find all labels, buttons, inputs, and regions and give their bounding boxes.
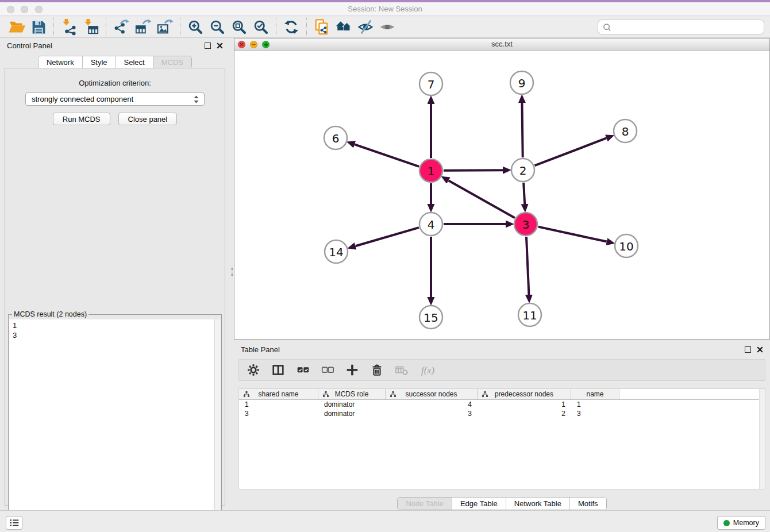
- export-image-button[interactable]: [154, 18, 176, 36]
- destroy-table-button[interactable]: [394, 363, 409, 377]
- column-header-successor-nodes[interactable]: successor nodes: [386, 389, 478, 399]
- float-panel-icon[interactable]: [205, 43, 211, 49]
- zoom-selected-button[interactable]: [250, 18, 272, 36]
- network-window-titlebar[interactable]: scc.txt: [234, 38, 769, 51]
- close-x-icon: [217, 43, 223, 49]
- tab-node-table[interactable]: Node Table: [398, 498, 452, 510]
- table-cell[interactable]: 1: [239, 400, 318, 409]
- delete-column-button[interactable]: [369, 363, 384, 377]
- export-network-icon: [113, 18, 130, 36]
- zoom-window-button[interactable]: [35, 6, 43, 13]
- column-type-icon: [243, 391, 250, 398]
- table-scrollbar[interactable]: [759, 389, 765, 489]
- graph-node-label: 10: [619, 240, 633, 253]
- table-cell[interactable]: 3: [386, 409, 478, 418]
- export-table-button[interactable]: [132, 18, 154, 36]
- column-header-predecessor-nodes[interactable]: predecessor nodes: [478, 389, 571, 399]
- memory-status-dot: [723, 520, 730, 526]
- tab-mcds[interactable]: MCDS: [153, 56, 191, 68]
- memory-button[interactable]: Memory: [717, 516, 765, 530]
- list-icon: [8, 516, 21, 529]
- select-all-button[interactable]: [295, 363, 310, 377]
- table-cell[interactable]: 1: [478, 400, 571, 409]
- column-type-icon: [482, 391, 488, 398]
- tab-motifs[interactable]: Motifs: [570, 498, 606, 510]
- run-mcds-button[interactable]: Run MCDS: [53, 113, 110, 125]
- network-canvas[interactable]: 1234678910111415: [234, 51, 769, 338]
- column-header-shared-name[interactable]: shared name: [239, 389, 318, 399]
- table-cell[interactable]: 3: [571, 409, 619, 418]
- graph-edge-4-14[interactable]: [356, 228, 419, 246]
- add-column-button[interactable]: [345, 363, 360, 377]
- import-table-button[interactable]: [80, 18, 102, 36]
- zoom-selected-icon: [253, 19, 270, 36]
- table-panel: Table Panel: [234, 342, 770, 510]
- table-cell[interactable]: 2: [478, 409, 571, 418]
- presentation-eye-button[interactable]: [376, 18, 398, 36]
- show-columns-button[interactable]: [271, 363, 286, 377]
- network-graph[interactable]: 1234678910111415: [234, 51, 769, 338]
- tab-edge-table[interactable]: Edge Table: [452, 498, 506, 510]
- table-cell[interactable]: dominator: [318, 409, 386, 418]
- table-cell[interactable]: 3: [239, 409, 318, 418]
- tab-network-table[interactable]: Network Table: [506, 498, 570, 510]
- graph-edge-3-1[interactable]: [448, 180, 514, 218]
- graph-edge-1-6[interactable]: [355, 144, 419, 166]
- import-network-button[interactable]: [58, 18, 80, 36]
- table-row[interactable]: 1dominator411: [239, 400, 765, 409]
- graph-edge-2-9[interactable]: [522, 103, 522, 157]
- table-cell[interactable]: 1: [571, 400, 619, 409]
- graph-edge-2-8[interactable]: [535, 138, 607, 165]
- zoom-out-icon: [209, 19, 226, 36]
- log-console-button[interactable]: [6, 516, 22, 530]
- network-close-button[interactable]: [238, 41, 245, 48]
- column-type-icon: [390, 391, 396, 398]
- export-image-icon: [156, 18, 174, 36]
- save-session-button[interactable]: [28, 18, 49, 36]
- control-panel: Control Panel Network Style Select MCDS …: [0, 38, 230, 510]
- deselect-all-button[interactable]: [320, 363, 335, 377]
- mcds-result-list[interactable]: 1 3: [9, 319, 214, 532]
- criterion-select[interactable]: strongly connected component: [25, 92, 205, 106]
- graph-node-label: 7: [428, 78, 435, 91]
- tab-network[interactable]: Network: [38, 56, 83, 68]
- graph-edge-2-3[interactable]: [523, 183, 525, 204]
- table-row[interactable]: 3dominator323: [239, 409, 765, 418]
- table-options-button[interactable]: [246, 363, 261, 377]
- graph-edge-3-10[interactable]: [538, 227, 606, 242]
- duplicate-network-button[interactable]: [311, 18, 333, 36]
- close-window-button[interactable]: [7, 6, 14, 13]
- network-overview-button[interactable]: [333, 18, 355, 36]
- refresh-layout-button[interactable]: [280, 18, 302, 36]
- column-label: shared name: [258, 390, 298, 398]
- table-cell[interactable]: dominator: [318, 400, 386, 409]
- column-header-name[interactable]: name: [571, 389, 619, 399]
- export-network-button[interactable]: [110, 18, 132, 36]
- search-input[interactable]: [614, 23, 759, 32]
- table-cell[interactable]: 4: [386, 400, 478, 409]
- zoom-in-button[interactable]: [184, 18, 206, 36]
- zoom-fit-button[interactable]: [228, 18, 250, 36]
- vertical-splitter[interactable]: [230, 38, 234, 510]
- function-builder-button[interactable]: f(x): [419, 363, 438, 377]
- minimize-window-button[interactable]: [21, 6, 28, 13]
- network-zoom-button[interactable]: [262, 41, 270, 48]
- result-scrollbar[interactable]: [214, 319, 221, 532]
- optimization-criterion-label: Optimization criterion:: [5, 79, 225, 87]
- toggle-graphics-details-button[interactable]: [355, 18, 376, 36]
- float-table-panel-icon[interactable]: [745, 346, 751, 353]
- network-minimize-button[interactable]: [250, 41, 257, 48]
- search-box[interactable]: [598, 20, 764, 34]
- mcds-result-line: 3: [13, 330, 210, 340]
- zoom-out-button[interactable]: [206, 18, 228, 36]
- close-table-panel-icon[interactable]: [757, 346, 763, 353]
- tab-select[interactable]: Select: [116, 56, 153, 68]
- close-panel-icon[interactable]: [217, 43, 223, 49]
- open-session-button[interactable]: [6, 18, 28, 36]
- graph-edge-1-2[interactable]: [444, 170, 503, 171]
- toolbar-separator: [180, 18, 180, 36]
- close-panel-button[interactable]: Close panel: [118, 113, 178, 125]
- tab-style[interactable]: Style: [83, 56, 116, 68]
- graph-edge-3-11[interactable]: [526, 237, 529, 295]
- column-header-MCDS-role[interactable]: MCDS role: [318, 389, 386, 399]
